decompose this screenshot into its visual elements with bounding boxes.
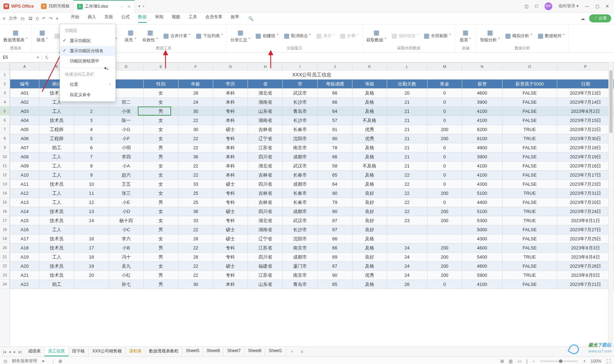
- view-reading-icon[interactable]: ▭: [518, 359, 521, 364]
- table-cell[interactable]: 本科: [213, 116, 248, 125]
- table-cell[interactable]: 58: [317, 162, 352, 171]
- table-cell[interactable]: 南京市: [283, 271, 317, 280]
- table-cell[interactable]: A05: [10, 125, 39, 134]
- table-cell[interactable]: 200: [427, 134, 462, 143]
- table-cell[interactable]: 湖北省: [248, 162, 283, 171]
- table-cell[interactable]: 湖南省: [248, 116, 283, 125]
- table-cell[interactable]: 23: [387, 216, 427, 225]
- table-cell[interactable]: 赵六: [109, 171, 143, 180]
- table-cell[interactable]: FALSE: [502, 116, 557, 125]
- avatar[interactable]: WP: [545, 2, 552, 10]
- table-cell[interactable]: 男: [143, 107, 178, 116]
- table-header-cell[interactable]: 性别: [143, 80, 178, 89]
- table-cell[interactable]: 及格: [352, 89, 387, 98]
- table-cell[interactable]: 本科: [213, 98, 248, 107]
- sheet-tab-Sheet5[interactable]: Sheet5: [182, 347, 203, 356]
- table-cell[interactable]: 4300: [462, 234, 502, 243]
- table-cell[interactable]: 硕士: [213, 262, 248, 271]
- table-cell[interactable]: A12: [10, 189, 39, 198]
- search-icon[interactable]: 🔍: [248, 16, 254, 21]
- table-cell[interactable]: 专科: [213, 189, 248, 198]
- table-cell[interactable]: A15: [10, 216, 39, 225]
- table-cell[interactable]: 及格: [352, 234, 387, 243]
- table-cell[interactable]: 女: [143, 216, 178, 225]
- table-cell[interactable]: 硕士: [213, 180, 248, 189]
- table-cell[interactable]: 33: [178, 180, 213, 189]
- table-cell[interactable]: A06: [10, 134, 39, 143]
- table-cell[interactable]: 2023年8月5日: [557, 271, 614, 280]
- table-cell[interactable]: 女: [143, 189, 178, 198]
- table-cell[interactable]: A01: [10, 89, 39, 98]
- table-cell[interactable]: FALSE: [502, 143, 557, 152]
- table-cell[interactable]: 3900: [462, 152, 502, 162]
- table-cell[interactable]: 2023年7月17日: [557, 171, 614, 180]
- table-cell[interactable]: 硕士: [213, 125, 248, 134]
- table-cell[interactable]: 28: [178, 234, 213, 243]
- table-cell[interactable]: 21: [387, 152, 427, 162]
- row-header[interactable]: 4: [0, 97, 9, 107]
- table-cell[interactable]: 4400: [462, 198, 502, 207]
- table-cell[interactable]: 男: [143, 280, 178, 289]
- table-cell[interactable]: 0: [427, 89, 462, 98]
- table-cell[interactable]: 技术员: [39, 116, 74, 125]
- table-cell[interactable]: 25: [178, 189, 213, 198]
- menu-tab-工具[interactable]: 工具: [189, 14, 197, 23]
- table-cell[interactable]: 200: [427, 207, 462, 216]
- table-cell[interactable]: 4: [74, 125, 109, 134]
- row-header[interactable]: 18: [0, 225, 9, 234]
- ribbon-全部刷新[interactable]: ▦全部刷新 ˅: [424, 32, 451, 40]
- table-cell[interactable]: 80: [317, 207, 352, 216]
- ribbon-创建组[interactable]: ▦创建组 ˅: [255, 32, 278, 40]
- sheet-tab-Sheet8[interactable]: Sheet8: [244, 347, 265, 356]
- table-cell[interactable]: 6100: [462, 134, 502, 143]
- table-cell[interactable]: 3: [74, 116, 109, 125]
- row-header[interactable]: 1: [0, 70, 9, 79]
- table-cell[interactable]: 技术员: [39, 234, 74, 243]
- table-cell[interactable]: 21: [387, 162, 427, 171]
- table-header-cell[interactable]: 薪资: [462, 80, 502, 89]
- table-cell[interactable]: 厦门市: [283, 262, 317, 271]
- table-cell[interactable]: A03: [10, 107, 39, 116]
- table-cell[interactable]: 91: [317, 125, 352, 134]
- table-cell[interactable]: 2023年7月15日: [557, 116, 614, 125]
- table-cell[interactable]: 2023年7月24日: [557, 207, 614, 216]
- table-cell[interactable]: 小张: [109, 107, 143, 116]
- table-cell[interactable]: 24: [387, 262, 427, 271]
- table-cell[interactable]: 28: [178, 89, 213, 98]
- table-cell[interactable]: 小C: [109, 225, 143, 234]
- table-cell[interactable]: 0: [427, 180, 462, 189]
- chevron-down-icon[interactable]: ▾: [42, 359, 44, 364]
- table-cell[interactable]: A11: [10, 180, 39, 189]
- zoom-slider[interactable]: [540, 360, 578, 362]
- table-cell[interactable]: 吴九: [109, 262, 143, 271]
- table-cell[interactable]: A17: [10, 234, 39, 243]
- table-cell[interactable]: 助工: [39, 143, 74, 152]
- table-cell[interactable]: 2023年7月19日: [557, 152, 614, 162]
- table-cell[interactable]: A14: [10, 207, 39, 216]
- table-cell[interactable]: [74, 280, 109, 289]
- table-cell[interactable]: 65: [317, 280, 352, 289]
- menu-tab-开始[interactable]: 开始: [71, 14, 79, 23]
- login-button[interactable]: 临时登录 ▾: [559, 3, 579, 9]
- menu-tab-公式[interactable]: 公式: [121, 14, 130, 23]
- table-cell[interactable]: 及格: [352, 243, 387, 253]
- table-cell[interactable]: 24: [387, 243, 427, 253]
- table-cell[interactable]: 福建省: [248, 262, 283, 271]
- table-cell[interactable]: 66: [317, 98, 352, 107]
- table-cell[interactable]: 及格: [352, 98, 387, 107]
- table-cell[interactable]: 80: [317, 189, 352, 198]
- table-cell[interactable]: 7: [74, 152, 109, 162]
- table-cell[interactable]: 21: [387, 107, 427, 116]
- table-cell[interactable]: 长沙市: [283, 225, 317, 234]
- table-cell[interactable]: 吉林省: [248, 171, 283, 180]
- table-cell[interactable]: 本科: [213, 89, 248, 98]
- ribbon-数据校对[interactable]: ▦数据校对 ˅: [538, 32, 565, 40]
- table-cell[interactable]: 陈一: [109, 116, 143, 125]
- table-cell[interactable]: TRUE: [502, 207, 557, 216]
- table-cell[interactable]: 2023年7月30日: [557, 134, 614, 143]
- view-normal-icon[interactable]: ⊞: [500, 359, 504, 364]
- col-header[interactable]: E: [143, 63, 178, 70]
- table-cell[interactable]: 5400: [462, 253, 502, 262]
- table-cell[interactable]: 22: [178, 143, 213, 152]
- row-header[interactable]: 20: [0, 243, 9, 252]
